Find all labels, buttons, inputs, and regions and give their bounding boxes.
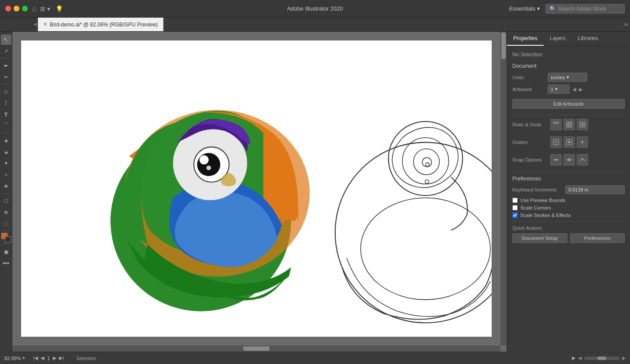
show-pixel-grid-icon[interactable] (577, 119, 588, 130)
artboard-dropdown[interactable]: 1 ▾ (548, 85, 570, 94)
use-preview-bounds-checkbox[interactable] (512, 198, 518, 203)
artboard-row: Artboard: 1 ▾ ◀ ▶ (512, 85, 625, 94)
traffic-lights (5, 6, 28, 11)
vertical-scrollbar[interactable] (500, 32, 507, 346)
minimize-button[interactable] (14, 6, 19, 11)
edit-artboards-button[interactable]: Edit Artboards (512, 99, 625, 109)
scale-strokes-effects-checkbox[interactable] (512, 213, 518, 218)
lightbulb-icon[interactable]: 💡 (56, 5, 63, 12)
show-grid-icon[interactable] (563, 119, 575, 130)
tab-libraries[interactable]: Libraries (572, 32, 604, 46)
free-transform-tool[interactable]: ⬡ (1, 195, 11, 206)
preferences-button[interactable]: Preferences (570, 233, 625, 243)
snap-to-point-icon[interactable] (550, 154, 562, 165)
snap-to-grid-icon[interactable] (563, 154, 575, 165)
vertical-scrollbar-thumb[interactable] (501, 33, 506, 59)
snap-options-row: Snap Options (512, 154, 625, 165)
direct-selection-tool[interactable]: ↗ (1, 46, 11, 56)
svg-rect-15 (553, 122, 559, 123)
tab-properties[interactable]: Properties (507, 32, 544, 46)
svg-point-11 (422, 158, 431, 167)
zoom-chevron-icon[interactable]: ▾ (22, 355, 25, 361)
play-icon[interactable]: ▶ (572, 355, 575, 361)
canvas-area[interactable] (12, 32, 507, 352)
units-label: Units: (512, 75, 548, 80)
units-chevron-icon: ▾ (567, 74, 569, 80)
scroll-right-icon[interactable]: ▶ (622, 355, 626, 361)
svg-rect-21 (567, 122, 572, 127)
lock-guides-icon[interactable] (563, 136, 575, 148)
snap-to-pixel-icon[interactable] (577, 154, 588, 165)
scroll-track[interactable] (584, 357, 619, 360)
pen-tool[interactable]: ✒ (1, 60, 11, 71)
document-setup-button[interactable]: Document Setup (512, 233, 567, 243)
eyedropper-tool[interactable]: ✦ (1, 158, 11, 169)
artboard-prev-icon[interactable]: ◀ (571, 85, 577, 93)
smart-guides-icon[interactable] (577, 136, 588, 148)
more-tools-btn[interactable]: ••• (1, 258, 11, 268)
collapse-right-icon[interactable]: ≫ (624, 22, 628, 27)
show-guides-icon[interactable] (550, 136, 562, 148)
guides-section: Guides (512, 136, 625, 148)
first-page-icon[interactable]: |◀ (33, 355, 38, 361)
right-panel: Properties Layers Libraries No Selection… (507, 32, 630, 352)
scroll-indicator[interactable]: ◀ (578, 355, 582, 361)
maximize-button[interactable] (22, 6, 28, 11)
panel-tabs: Properties Layers Libraries (507, 32, 630, 46)
color-selector[interactable] (1, 233, 11, 243)
svg-line-46 (580, 159, 582, 161)
svg-rect-29 (583, 125, 585, 127)
scroll-thumb[interactable] (597, 357, 606, 360)
svg-point-12 (426, 163, 429, 166)
pencil-tool[interactable]: ✏ (1, 72, 11, 82)
ellipse-tool[interactable]: ○ (1, 86, 11, 97)
svg-point-9 (402, 138, 448, 184)
fill-bucket-tool[interactable]: ◈ (1, 135, 11, 146)
tab-layers[interactable]: Layers (544, 32, 572, 46)
background-color[interactable] (5, 236, 11, 243)
close-button[interactable] (5, 6, 11, 11)
scale-corners-row: Scale Corners (512, 205, 625, 210)
last-page-icon[interactable]: ▶| (59, 355, 64, 361)
horizontal-scrollbar[interactable] (12, 346, 500, 352)
workspace-grid-icon[interactable]: ⊞ ▾ (40, 5, 50, 12)
stock-search-placeholder: Search Adobe Stock (558, 6, 606, 12)
tool-divider-5 (2, 231, 11, 231)
tab-close-icon[interactable]: ✕ (43, 22, 47, 27)
keyboard-increment-label: Keyboard Increment: (512, 187, 565, 192)
snap-options-label: Snap Options (512, 157, 548, 162)
artboard-value: 1 (551, 87, 553, 92)
zoom-tool[interactable]: ⊕ (1, 207, 11, 217)
preferences-section: Preferences Keyboard Increment: Use Prev… (512, 176, 625, 218)
quick-actions-title: Quick Actions (512, 225, 625, 231)
next-page-icon[interactable]: ▶ (53, 355, 56, 361)
collapse-left-icon[interactable]: ≪ (33, 22, 38, 27)
quick-actions-section: Quick Actions Document Setup Preferences (512, 225, 625, 243)
ruler-grids-section: Ruler & Grids (512, 119, 625, 130)
puppet-warp-tool[interactable]: ❋ (1, 181, 11, 191)
show-rulers-icon[interactable] (550, 119, 562, 130)
keyboard-increment-input[interactable] (565, 185, 625, 194)
shape-builder-tool[interactable]: ⬙ (1, 147, 11, 157)
svg-point-14 (361, 198, 490, 300)
stock-search-bar[interactable]: 🔍 Search Adobe Stock (545, 4, 625, 14)
zoom-value[interactable]: 82.06% (4, 356, 21, 361)
prev-page-icon[interactable]: ◀ (41, 355, 44, 361)
scale-corners-checkbox[interactable] (512, 205, 518, 210)
artboard-tool[interactable]: ⬚ (1, 218, 11, 229)
line-tool[interactable]: / (1, 98, 11, 108)
units-dropdown[interactable]: Inches ▾ (548, 73, 587, 82)
essentials-button[interactable]: Essentials ▾ (509, 5, 540, 12)
smooth-tool[interactable]: ≈ (1, 169, 11, 180)
home-icon[interactable]: ⌂ (32, 5, 37, 13)
document-tab[interactable]: ✕ Bird-demo.ai* @ 82.06% (RGB/GPU Previe… (38, 18, 163, 31)
artboard-next-icon[interactable]: ▶ (578, 85, 584, 93)
screen-mode-btn[interactable]: ▣ (1, 246, 11, 257)
selection-tool[interactable]: ↖ (1, 34, 11, 45)
zoom-control[interactable]: 82.06% ▾ (4, 355, 25, 361)
page-number-status[interactable]: 1 (47, 356, 50, 361)
type-tool[interactable]: T (1, 109, 11, 120)
arc-tool[interactable]: ⌒ (1, 121, 11, 131)
artwork-canvas (21, 40, 492, 337)
horizontal-scrollbar-thumb[interactable] (243, 346, 270, 351)
